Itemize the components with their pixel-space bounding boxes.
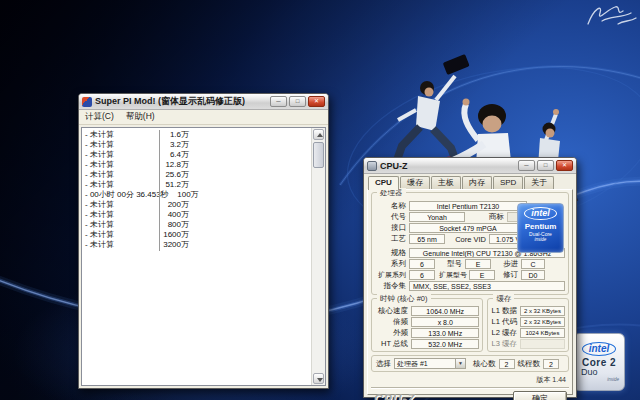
ext-model-value: E [469,270,495,280]
family-value: 6 [409,259,435,269]
tab-about[interactable]: 关于 [524,176,554,189]
field-row: 扩展系列 6 扩展型号 E 修订 D0 [375,270,565,280]
field-row: L3 缓存 [491,339,565,349]
vertical-scrollbar[interactable] [311,128,325,385]
instructions-label: 指令集 [375,281,409,291]
desktop: intel Core 2 Duo inside Super PI Mod! (窗… [0,0,640,400]
intel-logo: intel [582,342,617,356]
ok-button[interactable]: 确定 [513,391,567,400]
maximize-icon[interactable]: □ [289,96,306,107]
codename-value: Yonah [409,212,465,222]
list-item[interactable]: - 未计算6.4万 [85,150,308,160]
multiplier-label: 倍频 [375,317,411,327]
ext-family-value: 6 [409,270,435,280]
instructions-value: MMX, SSE, SSE2, SSE3 [409,281,565,291]
superpi-title: Super PI Mod! (窗体显示乱码修正版) [95,95,245,108]
tab-cpu[interactable]: CPU [368,176,399,190]
cache-group-label: 缓存 [493,294,514,304]
cpuz-title: CPU-Z [380,161,408,171]
tab-spd[interactable]: SPD [493,176,523,189]
digits: 12.8万 [159,160,189,170]
cpuz-titlebar[interactable]: CPU-Z ─ □ ✕ [364,158,576,174]
list-item[interactable]: - 未计算25.6万 [85,170,308,180]
core2duo-badge: intel Core 2 Duo inside [573,333,625,391]
corevid-label: Core VID [445,235,489,244]
maximize-icon[interactable]: □ [537,160,554,171]
scroll-thumb[interactable] [313,142,324,168]
superpi-titlebar[interactable]: Super PI Mod! (窗体显示乱码修正版) ─ □ ✕ [79,94,328,110]
l1-data-label: L1 数据 [491,306,519,316]
cpuz-window-controls: ─ □ ✕ [518,160,573,171]
list-item[interactable]: - 未计算3200万 [85,240,308,250]
close-icon[interactable]: ✕ [308,96,325,107]
superpi-window: Super PI Mod! (窗体显示乱码修正版) ─ □ ✕ 计算(C) 帮助… [78,93,329,389]
list-item[interactable]: - 未计算51.2万 [85,180,308,190]
clocks-cache-row: 时钟 (核心 #0) 核心速度 1064.0 MHz 倍频 x 8.0 外频 1… [371,298,569,355]
cpu-name-value: Intel Pentium T2130 [409,201,527,211]
list-item[interactable]: - 未计算1600万 [85,230,308,240]
specification-label: 规格 [375,248,409,258]
run-status: - 未计算 [85,130,159,140]
minimize-icon[interactable]: ─ [270,96,287,107]
scroll-down-icon[interactable] [313,373,324,384]
processor-select[interactable]: 处理器 #1 ▼ [394,358,466,369]
minimize-icon[interactable]: ─ [518,160,535,171]
superpi-app-icon [82,97,92,107]
l2-cache-label: L2 缓存 [491,328,519,338]
run-status: - 未计算 [85,140,159,150]
cache-groupbox: 缓存 L1 数据 2 x 32 KBytes L1 代码 2 x 32 KByt… [487,298,569,352]
field-row: 系列 6 型号 E 步进 C [375,259,565,269]
stepping-value: C [521,259,545,269]
badge-line3: inside [518,237,563,242]
list-item[interactable]: - 未计算12.8万 [85,160,308,170]
family-label: 系列 [375,259,409,269]
technology-value: 65 nm [409,234,445,244]
list-item[interactable]: - 未计算3.2万 [85,140,308,150]
run-status: - 未计算 [85,210,159,220]
rated-fsb-value: 532.0 MHz [411,339,479,349]
run-status: - 未计算 [85,230,159,240]
close-icon[interactable]: ✕ [556,160,573,171]
field-row: 核心速度 1064.0 MHz [375,306,479,316]
tab-mainboard[interactable]: 主板 [431,176,461,189]
l3-cache-label: L3 缓存 [491,339,519,349]
tab-memory[interactable]: 内存 [462,176,492,189]
digits: 51.2万 [159,180,189,190]
rated-fsb-label: HT 总线 [375,339,411,349]
superpi-result-list: - 未计算1.6万 - 未计算3.2万 - 未计算6.4万 - 未计算12.8万… [81,127,326,386]
bus-speed-label: 外频 [375,328,411,338]
column-divider [159,130,160,251]
list-item-result-time[interactable]: - 00小时 00分 36.453秒100万 [85,190,308,200]
intel-logo: intel [524,207,557,220]
chevron-down-icon[interactable]: ▼ [455,359,465,368]
run-status: - 未计算 [85,180,159,190]
list-item[interactable]: - 未计算400万 [85,210,308,220]
clocks-group-label: 时钟 (核心 #0) [377,294,431,304]
brand-label: 商标 [465,212,507,222]
menu-calculate[interactable]: 计算(C) [85,111,114,123]
scroll-up-icon[interactable] [313,129,324,140]
menu-help[interactable]: 帮助(H) [126,111,155,123]
digits: 800万 [159,220,189,230]
list-item[interactable]: - 未计算1.6万 [85,130,308,140]
list-item[interactable]: - 未计算800万 [85,220,308,230]
threads-value: 2 [543,359,559,369]
cpuz-window: CPU-Z ─ □ ✕ CPU 缓存 主板 内存 SPD 关于 处理器 inte… [363,157,577,398]
l1-code-label: L1 代码 [491,317,519,327]
list-item[interactable]: - 未计算200万 [85,200,308,210]
pentium-badge: intel Pentium Dual-Core inside [517,203,564,253]
l1-data-value: 2 x 32 KBytes [520,306,565,316]
selection-bar: 选择 处理器 #1 ▼ 核心数 2 线程数 2 [371,355,569,372]
l3-cache-value [520,339,565,349]
wallpaper-signature [588,7,636,24]
core2duo-inside: inside [574,377,624,382]
run-status: - 未计算 [85,220,159,230]
codename-label: 代号 [375,212,409,222]
revision-value: D0 [521,270,545,280]
selection-label: 选择 [376,359,391,369]
digits: 6.4万 [159,150,189,160]
field-row: 指令集 MMX, SSE, SSE2, SSE3 [375,281,565,291]
digits: 3200万 [159,240,189,250]
digits: 1600万 [159,230,189,240]
core2duo-line2: Duo [574,368,624,377]
